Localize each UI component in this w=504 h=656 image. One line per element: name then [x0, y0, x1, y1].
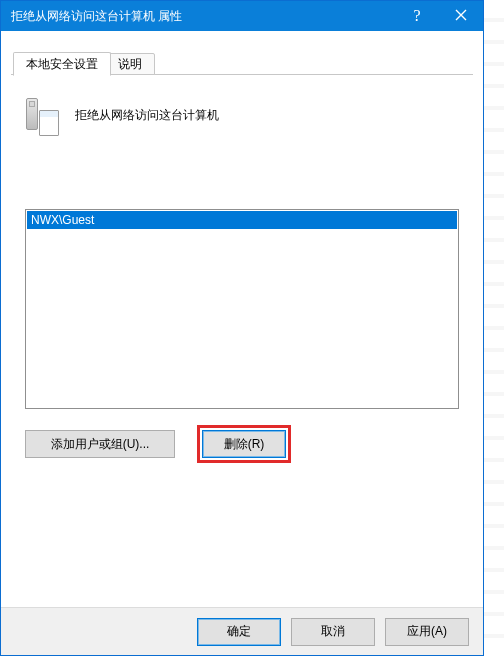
remove-button[interactable]: 删除(R) — [202, 430, 286, 458]
add-user-or-group-button[interactable]: 添加用户或组(U)... — [25, 430, 175, 458]
help-icon: ? — [413, 7, 420, 25]
titlebar[interactable]: 拒绝从网络访问这台计算机 属性 ? — [1, 1, 483, 31]
close-icon — [455, 8, 467, 24]
list-item[interactable]: NWX\Guest — [27, 211, 457, 229]
ok-button[interactable]: 确定 — [197, 618, 281, 646]
tab-label: 说明 — [118, 56, 142, 73]
button-label: 取消 — [321, 623, 345, 640]
close-button[interactable] — [439, 1, 483, 31]
user-list[interactable]: NWX\Guest — [25, 209, 459, 409]
button-label: 应用(A) — [407, 623, 447, 640]
security-policy-icon — [25, 94, 59, 136]
button-label: 删除(R) — [224, 436, 265, 453]
policy-title: 拒绝从网络访问这台计算机 — [75, 107, 219, 124]
dialog-footer: 确定 取消 应用(A) — [1, 607, 483, 655]
tab-pane-local-security: 拒绝从网络访问这台计算机 NWX\Guest 添加用户或组(U)... 删除(R… — [11, 75, 473, 597]
properties-dialog: 拒绝从网络访问这台计算机 属性 ? 本地安全设置 说明 — [0, 0, 484, 656]
tab-label: 本地安全设置 — [26, 56, 98, 73]
tutorial-highlight: 删除(R) — [197, 425, 291, 463]
tab-strip: 本地安全设置 说明 — [11, 45, 473, 75]
button-label: 添加用户或组(U)... — [51, 436, 150, 453]
button-row: 添加用户或组(U)... 删除(R) — [25, 425, 459, 463]
tab-description[interactable]: 说明 — [105, 53, 155, 75]
button-label: 确定 — [227, 623, 251, 640]
window-title: 拒绝从网络访问这台计算机 属性 — [11, 8, 395, 25]
cancel-button[interactable]: 取消 — [291, 618, 375, 646]
client-area: 本地安全设置 说明 拒绝从网络访问这台计算机 NWX\Guest — [1, 31, 483, 655]
policy-header: 拒绝从网络访问这台计算机 — [25, 91, 459, 139]
help-button[interactable]: ? — [395, 1, 439, 31]
list-item-label: NWX\Guest — [31, 213, 94, 227]
apply-button[interactable]: 应用(A) — [385, 618, 469, 646]
tab-local-security[interactable]: 本地安全设置 — [13, 52, 111, 76]
